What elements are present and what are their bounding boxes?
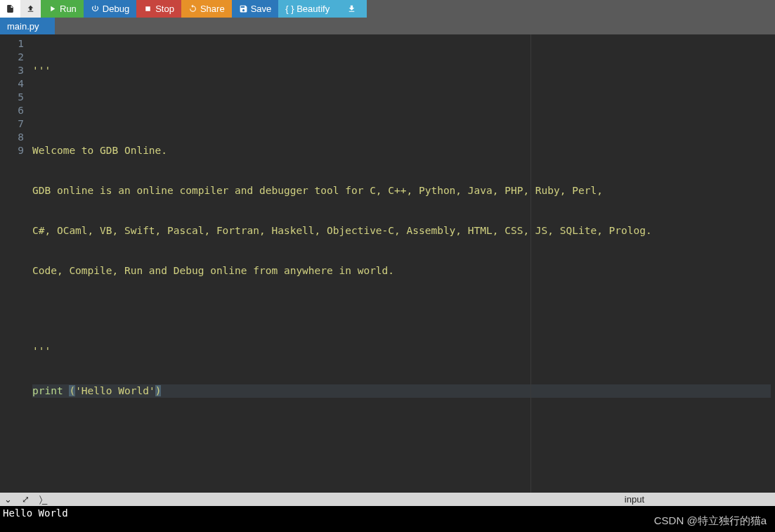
- watermark: CSDN @特立独行的猫a: [654, 514, 767, 528]
- run-button[interactable]: Run: [41, 0, 84, 18]
- line-number: 1: [0, 37, 24, 51]
- code-line: [32, 104, 771, 117]
- play-icon: [48, 4, 57, 13]
- line-number: 7: [0, 117, 24, 131]
- upload-button[interactable]: [20, 0, 41, 18]
- save-button[interactable]: Save: [232, 0, 279, 18]
- print-margin: [530, 34, 531, 493]
- download-button[interactable]: [337, 0, 367, 18]
- string-literal: 'Hello World': [75, 385, 155, 396]
- stop-icon: [143, 4, 152, 13]
- power-icon: [91, 4, 100, 13]
- line-number: 4: [0, 77, 24, 91]
- line-gutter: 1 2 3 4 5 6 7 8 9: [0, 34, 28, 493]
- code-line: [32, 304, 771, 318]
- expand-icon[interactable]: ⤢: [22, 494, 30, 505]
- input-section-label: input: [625, 494, 644, 505]
- terminal-icon[interactable]: 〉_: [39, 494, 47, 505]
- run-label: Run: [60, 4, 77, 14]
- code-area[interactable]: ''' Welcome to GDB Online. GDB online is…: [28, 34, 775, 493]
- debug-label: Debug: [103, 4, 129, 14]
- line-number: 6: [0, 104, 24, 117]
- code-line: ''': [32, 344, 771, 358]
- code-line: Welcome to GDB Online.: [32, 144, 771, 157]
- code-editor[interactable]: 1 2 3 4 5 6 7 8 9 ''' Welcome to GDB Onl…: [0, 34, 775, 493]
- tab-label: main.py: [7, 21, 39, 32]
- stop-label: Stop: [155, 4, 174, 14]
- code-line: ''': [32, 64, 771, 77]
- share-label: Share: [200, 4, 225, 14]
- chevron-down-icon[interactable]: ⌄: [4, 494, 12, 505]
- save-icon: [239, 4, 248, 13]
- svg-rect-0: [145, 6, 150, 11]
- tab-bar: main.py: [0, 18, 775, 34]
- line-number: 5: [0, 91, 24, 104]
- paren-close: ): [155, 385, 162, 396]
- beautify-button[interactable]: { } Beautify: [278, 0, 337, 18]
- file-icon: [6, 4, 15, 13]
- footer-bar: ⌄ ⤢ 〉_ input: [0, 493, 775, 506]
- save-label: Save: [251, 4, 272, 14]
- beautify-label: { } Beautify: [285, 4, 330, 14]
- paren-open: (: [69, 385, 75, 396]
- tab-main[interactable]: main.py: [0, 18, 55, 34]
- stop-button[interactable]: Stop: [136, 0, 181, 18]
- code-line: C#, OCaml, VB, Swift, Pascal, Fortran, H…: [32, 224, 771, 238]
- upload-icon: [26, 4, 35, 13]
- keyword: print: [32, 385, 63, 396]
- download-icon: [347, 4, 356, 13]
- code-line-active: print ('Hello World'): [32, 384, 771, 398]
- line-number: 3: [0, 64, 24, 77]
- code-line: GDB online is an online compiler and deb…: [32, 184, 771, 197]
- debug-button[interactable]: Debug: [84, 0, 136, 18]
- code-line: Code, Compile, Run and Debug online from…: [32, 264, 771, 278]
- share-icon: [188, 4, 197, 13]
- line-number: 2: [0, 51, 24, 64]
- new-file-button[interactable]: [0, 0, 20, 18]
- line-number: 9: [0, 144, 24, 157]
- share-button[interactable]: Share: [181, 0, 232, 18]
- line-number: 8: [0, 131, 24, 144]
- toolbar: Run Debug Stop Share Save { } Beautify: [0, 0, 775, 18]
